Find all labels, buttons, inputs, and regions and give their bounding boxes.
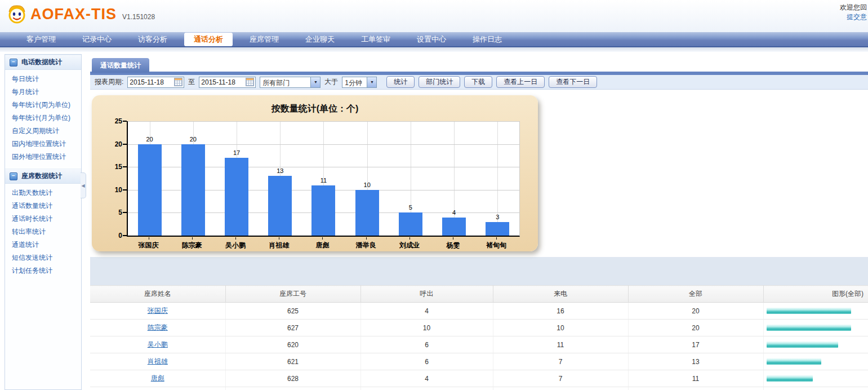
tab-row: 通话数量统计 bbox=[90, 58, 868, 72]
chart-slot: 13 bbox=[259, 121, 302, 236]
collapse-minus-icon[interactable]: − bbox=[10, 172, 17, 180]
sidebar-item[interactable]: 每年统计(周为单位) bbox=[5, 99, 81, 112]
date-to-input[interactable] bbox=[201, 78, 241, 86]
nav-tab-3[interactable]: 访客分析 bbox=[128, 33, 177, 46]
nav-tab-2[interactable]: 记录中心 bbox=[73, 33, 121, 46]
sidebar-item[interactable]: 每月统计 bbox=[5, 86, 81, 99]
cell-incoming: 16 bbox=[493, 303, 628, 320]
collapse-minus-icon[interactable]: − bbox=[10, 59, 17, 67]
welcome-area: 欢迎您回 提交意 bbox=[840, 3, 867, 22]
agents-table: 座席姓名座席工号呼出来电全部图形(全部) 张国庆62541620陈宗豪62710… bbox=[90, 285, 868, 390]
agent-name-link[interactable]: 唐彪 bbox=[151, 374, 164, 382]
view-previous-day-button[interactable]: 查看上一日 bbox=[496, 76, 545, 88]
bar-value-label: 4 bbox=[452, 209, 456, 216]
cell-agent-name: 张国庆 bbox=[90, 303, 225, 320]
version-label: V1.151028 bbox=[122, 13, 155, 21]
sidebar-item[interactable]: 短信发送统计 bbox=[5, 251, 81, 264]
x-axis-label: 吴小鹏 bbox=[213, 237, 257, 250]
sidebar-item[interactable]: 通道统计 bbox=[5, 238, 81, 251]
chart-slot: 11 bbox=[302, 121, 345, 236]
x-axis-labels: 张国庆陈宗豪吴小鹏肖祖雄唐彪潘举良刘成业杨雯褚甸甸 bbox=[127, 237, 518, 250]
logo: AOFAX-TIS V1.151028 bbox=[0, 0, 868, 24]
table-row: 陈宗豪627101020 bbox=[90, 320, 868, 336]
cell-agent-id: 626 bbox=[225, 387, 360, 390]
main-navbar: 客户管理记录中心访客分析通话分析座席管理企业聊天工单签审设置中心操作日志 bbox=[0, 32, 868, 47]
filter-toolbar: 报表周期: 至 所有部门 ▼ 大于 1分钟 ▼ 统计 部门统计 下载 查看上一日… bbox=[90, 75, 868, 90]
chevron-down-icon[interactable]: ▼ bbox=[367, 77, 376, 87]
cell-total: 17 bbox=[628, 336, 763, 353]
department-stats-button[interactable]: 部门统计 bbox=[419, 76, 460, 88]
y-axis-tick bbox=[123, 144, 127, 145]
cell-agent-id: 621 bbox=[225, 353, 360, 370]
agent-name-link[interactable]: 张国庆 bbox=[148, 307, 168, 314]
chart-slot: 17 bbox=[215, 121, 258, 236]
cell-total: 13 bbox=[628, 353, 763, 370]
bar-chart-panel: 按数量统计(单位：个) 202017131110543 0510152025 张… bbox=[92, 95, 538, 251]
sidebar-item[interactable]: 国外地理位置统计 bbox=[5, 150, 81, 163]
sidebar-item[interactable]: 每年统计(月为单位) bbox=[5, 112, 81, 125]
agent-name-link[interactable]: 吴小鹏 bbox=[148, 340, 168, 348]
sidebar-item[interactable]: 转出率统计 bbox=[5, 225, 81, 238]
cell-agent-name: 陈宗豪 bbox=[90, 320, 225, 336]
sidebar-item[interactable]: 国内地理位置统计 bbox=[5, 138, 81, 150]
nav-tab-7[interactable]: 工单签审 bbox=[351, 33, 400, 46]
cell-graph bbox=[763, 387, 868, 390]
cell-total: 20 bbox=[628, 320, 763, 336]
nav-tab-8[interactable]: 设置中心 bbox=[407, 33, 456, 46]
cell-graph bbox=[763, 336, 868, 353]
chart-bar bbox=[181, 144, 205, 236]
greater-than-label: 大于 bbox=[324, 77, 338, 87]
nav-tab-1[interactable]: 客户管理 bbox=[17, 33, 65, 46]
brand-title: AOFAX-TIS bbox=[30, 6, 117, 23]
sidebar-collapse-handle[interactable]: ◀ bbox=[81, 172, 86, 198]
nav-sub-strip bbox=[0, 47, 868, 52]
sidebar-item[interactable]: 出勤天数统计 bbox=[5, 187, 81, 200]
department-select[interactable]: 所有部门 ▼ bbox=[260, 77, 321, 88]
date-from-input[interactable] bbox=[130, 78, 169, 86]
duration-select[interactable]: 1分钟 ▼ bbox=[342, 77, 377, 88]
sidebar-section-header-2[interactable]: −座席数据统计 bbox=[5, 169, 81, 184]
cell-outgoing: 6 bbox=[360, 353, 493, 370]
cell-agent-id: 625 bbox=[225, 303, 360, 320]
chart-bar bbox=[225, 158, 248, 236]
chart-slot: 20 bbox=[128, 121, 171, 236]
cell-outgoing: 6 bbox=[360, 336, 493, 353]
agent-name-link[interactable]: 陈宗豪 bbox=[148, 323, 168, 331]
smiley-logo-icon bbox=[7, 4, 27, 24]
y-axis-tick bbox=[123, 212, 127, 213]
tab-call-count-stats[interactable]: 通话数量统计 bbox=[92, 58, 149, 73]
sidebar-item[interactable]: 通话时长统计 bbox=[5, 212, 81, 225]
chart-slot: 5 bbox=[389, 121, 432, 236]
cell-incoming: 10 bbox=[493, 387, 628, 390]
calendar-icon[interactable] bbox=[174, 78, 182, 86]
y-axis-label: 25 bbox=[115, 117, 122, 125]
x-axis-label: 杨雯 bbox=[431, 237, 475, 250]
nav-tab-9[interactable]: 操作日志 bbox=[463, 33, 511, 46]
view-next-day-button[interactable]: 查看下一日 bbox=[549, 76, 597, 88]
calendar-icon[interactable] bbox=[246, 78, 254, 86]
col-header: 座席姓名 bbox=[90, 286, 225, 303]
nav-tab-4[interactable]: 通话分析 bbox=[184, 33, 233, 46]
x-axis-label: 陈宗豪 bbox=[170, 237, 213, 250]
agent-name-link[interactable]: 肖祖雄 bbox=[148, 357, 168, 365]
nav-tab-5[interactable]: 座席管理 bbox=[240, 33, 288, 46]
sidebar-item[interactable]: 计划任务统计 bbox=[5, 264, 81, 277]
feedback-link[interactable]: 提交意 bbox=[840, 12, 867, 22]
sidebar-item[interactable]: 每日统计 bbox=[5, 73, 81, 86]
sidebar-item[interactable]: 通话数量统计 bbox=[5, 200, 81, 212]
y-axis-label: 5 bbox=[118, 209, 122, 216]
stats-button[interactable]: 统计 bbox=[386, 76, 415, 88]
download-button[interactable]: 下载 bbox=[464, 76, 492, 88]
nav-tab-6[interactable]: 企业聊天 bbox=[296, 33, 344, 46]
sidebar-item[interactable]: 自定义周期统计 bbox=[5, 125, 81, 138]
y-gridline bbox=[128, 121, 519, 122]
chevron-down-icon[interactable]: ▼ bbox=[310, 77, 320, 87]
bar-value-label: 5 bbox=[409, 204, 412, 211]
table-row: 唐彪6284711 bbox=[90, 370, 868, 387]
chart-slot: 20 bbox=[171, 121, 215, 236]
table-row: 张国庆62541620 bbox=[90, 303, 868, 320]
col-header: 呼出 bbox=[360, 286, 493, 303]
cell-total: 11 bbox=[628, 370, 763, 387]
sidebar-section-header-1[interactable]: −电话数据统计 bbox=[5, 55, 81, 70]
cell-incoming: 7 bbox=[493, 370, 628, 387]
